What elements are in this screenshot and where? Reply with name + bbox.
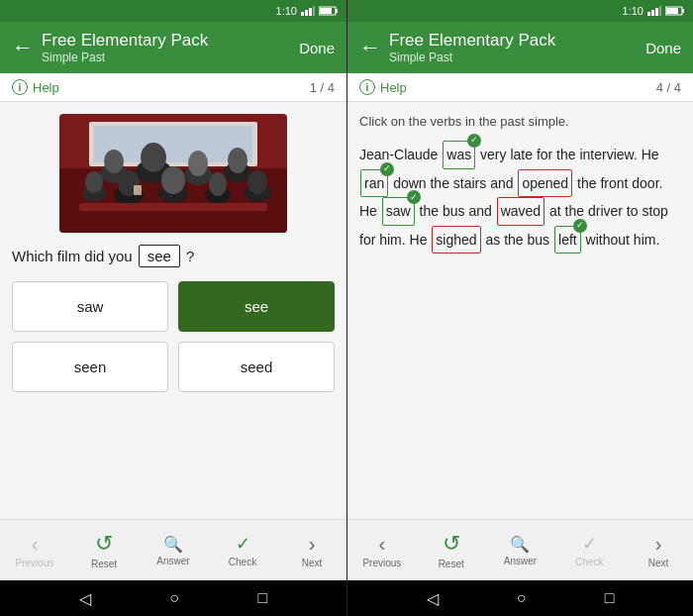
header-subtitle-2: Simple Past [389, 51, 555, 64]
verb-saw[interactable]: saw ✓ [382, 197, 415, 226]
question-prefix: Which film did you [12, 248, 133, 264]
svg-rect-29 [79, 203, 267, 211]
answer-saw[interactable]: saw [12, 281, 168, 332]
back-button-2[interactable]: ← [359, 37, 381, 58]
android-back-1[interactable]: ◁ [79, 589, 91, 608]
bottom-nav-1: ‹ Previous ↺ Reset 🔍 Answer ✓ Check › Ne… [0, 519, 346, 580]
verb-sighed[interactable]: sighed [432, 226, 480, 255]
next-label-1: Next [302, 558, 323, 568]
header-title-2: Free Elementary Pack [389, 31, 555, 51]
header-title-1: Free Elementary Pack [42, 31, 208, 51]
answer-label-2: Answer [504, 556, 537, 566]
help-icon-1: i [12, 79, 28, 95]
check-badge-saw: ✓ [407, 190, 421, 204]
verb-left[interactable]: left ✓ [554, 226, 581, 255]
question-suffix: ? [186, 248, 194, 264]
check-icon-2: ✓ [582, 533, 597, 555]
answer-label-1: Answer [156, 556, 189, 566]
svg-rect-0 [301, 12, 304, 16]
header-subtitle-1: Simple Past [42, 51, 208, 64]
reset-label-1: Reset [91, 559, 117, 569]
screen-1: 1:10 ← Free Elementary Pack Simple Past … [0, 0, 346, 616]
nav-answer-2[interactable]: 🔍 Answer [495, 535, 544, 566]
svg-point-20 [85, 171, 103, 193]
svg-point-14 [141, 143, 166, 172]
android-back-2[interactable]: ◁ [427, 589, 439, 608]
answer-icon-1: 🔍 [163, 535, 183, 554]
help-button-2[interactable]: i Help [359, 79, 407, 95]
nav-check-2[interactable]: ✓ Check [564, 533, 614, 567]
nav-previous-1[interactable]: ‹ Previous [10, 533, 59, 568]
status-time-2: 1:10 [623, 5, 644, 17]
text-segment-6: as the bus [486, 232, 554, 248]
content-1: Which film did you see ? saw see seen se… [0, 102, 346, 519]
previous-label-1: Previous [16, 558, 54, 568]
nav-reset-2[interactable]: ↺ Reset [427, 531, 476, 569]
verb-waved[interactable]: waved [497, 197, 544, 226]
android-recent-1[interactable]: □ [258, 589, 268, 607]
svg-point-24 [161, 166, 185, 194]
svg-point-12 [104, 150, 124, 173]
previous-icon-1: ‹ [32, 533, 39, 556]
text-segment-0: Jean-Claude [359, 147, 442, 162]
back-button-1[interactable]: ← [12, 37, 34, 58]
answer-seen[interactable]: seen [12, 342, 168, 392]
nav-previous-2[interactable]: ‹ Previous [357, 533, 407, 568]
check-label-1: Check [229, 557, 256, 567]
verb-was[interactable]: was ✓ [443, 141, 475, 169]
svg-rect-32 [651, 10, 654, 16]
android-home-2[interactable]: ○ [517, 589, 527, 607]
svg-rect-6 [320, 8, 332, 14]
nav-next-1[interactable]: › Next [287, 533, 337, 568]
svg-rect-36 [682, 9, 684, 13]
done-button-2[interactable]: Done [645, 40, 681, 56]
help-button-1[interactable]: i Help [12, 79, 59, 95]
nav-next-2[interactable]: › Next [634, 533, 683, 568]
svg-point-16 [188, 151, 208, 176]
text-segment-4: the bus and [420, 203, 496, 219]
nav-reset-1[interactable]: ↺ Reset [79, 531, 129, 569]
answer-icon-2: 🔍 [510, 535, 530, 554]
verb-ran[interactable]: ran ✓ [360, 169, 388, 198]
text-segment-7: without him. [586, 232, 660, 248]
done-button-1[interactable]: Done [299, 40, 335, 56]
header-2: ← Free Elementary Pack Simple Past Done [347, 22, 693, 73]
help-label-1: Help [33, 80, 59, 95]
android-nav-1: ◁ ○ □ [0, 580, 346, 616]
next-icon-1: › [309, 533, 316, 556]
nav-answer-1[interactable]: 🔍 Answer [148, 535, 198, 566]
check-badge-was: ✓ [467, 134, 481, 148]
svg-rect-3 [313, 6, 315, 16]
answer-seed[interactable]: seed [178, 342, 335, 392]
svg-rect-30 [134, 185, 142, 195]
bottom-nav-2: ‹ Previous ↺ Reset 🔍 Answer ✓ Check › Ne… [347, 519, 693, 580]
help-bar-2: i Help 4 / 4 [347, 73, 693, 102]
check-label-2: Check [575, 557, 603, 567]
reset-label-2: Reset [439, 559, 464, 569]
svg-rect-1 [305, 10, 308, 16]
android-recent-2[interactable]: □ [605, 589, 615, 607]
android-home-1[interactable]: ○ [169, 589, 179, 607]
answer-see[interactable]: see [178, 281, 335, 332]
movie-image [59, 114, 287, 233]
svg-rect-2 [309, 8, 312, 16]
previous-icon-2: ‹ [379, 533, 386, 556]
verb-opened[interactable]: opened [518, 169, 572, 198]
svg-rect-31 [647, 12, 650, 16]
android-nav-2: ◁ ○ □ [347, 580, 693, 616]
signal-icon-1 [301, 6, 315, 16]
passage: Jean-Claude was ✓ very late for the inte… [359, 141, 681, 254]
content-2: Click on the verbs in the past simple. J… [347, 102, 693, 519]
nav-check-1[interactable]: ✓ Check [218, 533, 267, 567]
screen-2: 1:10 ← Free Elementary Pack Simple Past … [346, 0, 693, 616]
question-row: Which film did you see ? [12, 245, 335, 267]
svg-rect-5 [336, 9, 338, 13]
check-icon-1: ✓ [236, 533, 250, 555]
svg-rect-37 [666, 8, 678, 14]
check-badge-left: ✓ [573, 219, 587, 233]
text-segment-1: very late for the interview. He [480, 147, 659, 162]
page-counter-1: 1 / 4 [310, 80, 335, 95]
svg-point-26 [209, 172, 227, 196]
status-bar-1: 1:10 [0, 0, 346, 22]
svg-rect-34 [659, 6, 661, 16]
